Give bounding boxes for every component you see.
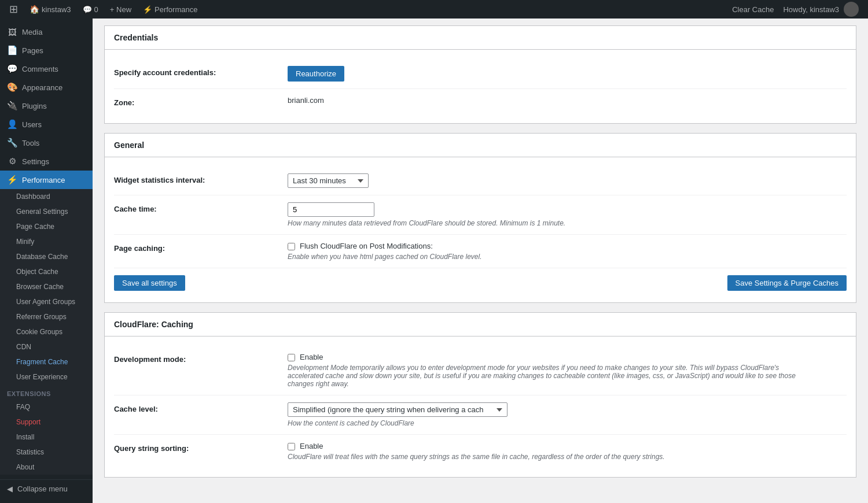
zone-field: brianli.com — [288, 96, 847, 105]
page-caching-row: Page caching: Flush CloudFlare on Post M… — [114, 235, 847, 268]
adminbar-howdy[interactable]: Howdy, kinstaw3 — [778, 0, 863, 19]
credentials-title: Credentials — [114, 33, 158, 42]
adminbar-clear-cache[interactable]: Clear Cache — [727, 0, 778, 19]
cache-level-select[interactable]: Simplified (ignore the query string when… — [288, 402, 507, 417]
save-purge-button[interactable]: Save Settings & Purge Caches — [727, 275, 847, 291]
performance-icon: ⚡ — [7, 175, 17, 185]
cache-time-label: Cache time: — [114, 202, 288, 213]
sidebar-item-tools[interactable]: 🔧 Tools — [0, 134, 93, 152]
sidebar-subitem-faq[interactable]: FAQ — [0, 400, 93, 415]
comments-icon: 💬 — [7, 64, 17, 74]
sidebar-subitem-install[interactable]: Install — [0, 430, 93, 445]
zone-form-row: Zone: brianli.com — [114, 89, 847, 114]
cloudflare-caching-header: CloudFlare: Caching — [105, 313, 856, 336]
query-sorting-description: CloudFlare will treat files with the sam… — [288, 453, 808, 461]
sidebar-subitem-browser-cache[interactable]: Browser Cache — [0, 279, 93, 294]
sidebar-item-settings[interactable]: ⚙ Settings — [0, 152, 93, 171]
sidebar-subitem-dashboard[interactable]: Dashboard — [0, 189, 93, 204]
subitem-label: FAQ — [16, 403, 30, 411]
sidebar-subitem-general-settings[interactable]: General Settings — [0, 204, 93, 219]
collapse-label: Collapse menu — [17, 484, 68, 493]
sidebar-item-media[interactable]: 🖼 Media — [0, 23, 93, 41]
settings-icon: ⚙ — [7, 156, 17, 167]
query-sorting-label: Query string sorting: — [114, 442, 288, 453]
query-sorting-checkbox[interactable] — [288, 443, 295, 450]
zone-value: brianli.com — [288, 96, 324, 105]
dev-mode-checkbox[interactable] — [288, 354, 295, 361]
sidebar-item-users[interactable]: 👤 Users — [0, 115, 93, 134]
zone-label: Zone: — [114, 96, 288, 107]
sidebar-subitem-cdn[interactable]: CDN — [0, 339, 93, 354]
page-caching-label: Page caching: — [114, 242, 288, 253]
cache-time-description: How many minutes data retrieved from Clo… — [288, 219, 847, 227]
admin-bar: ⊞ 🏠 kinstaw3 💬 0 + New ⚡ Performance Cle… — [0, 0, 868, 19]
adminbar-comments[interactable]: 💬 0 — [78, 0, 103, 19]
sidebar-subitem-page-cache[interactable]: Page Cache — [0, 219, 93, 234]
adminbar-wp-logo[interactable]: ⊞ — [5, 0, 23, 19]
save-all-button[interactable]: Save all settings — [114, 275, 185, 291]
query-sorting-checkbox-wrap: Enable — [288, 442, 847, 450]
sidebar-item-label: Plugins — [22, 102, 47, 110]
credentials-card: Credentials Specify account credentials:… — [104, 25, 856, 124]
new-label: + New — [110, 5, 131, 14]
sidebar-subitem-object-cache[interactable]: Object Cache — [0, 264, 93, 279]
flush-checkbox[interactable] — [288, 243, 295, 250]
credentials-header: Credentials — [105, 26, 856, 50]
avatar — [844, 2, 859, 17]
query-sorting-enable-label[interactable]: Enable — [300, 442, 323, 450]
reauthorize-button[interactable]: Reauthorize — [288, 66, 344, 82]
subitem-label: About — [16, 463, 34, 471]
comments-count: 0 — [94, 5, 98, 14]
widget-interval-select[interactable]: Last 30 minutes Last hour Last 24 hours … — [288, 173, 369, 188]
subitem-label: Object Cache — [16, 268, 58, 276]
subitem-label: Page Cache — [16, 223, 54, 231]
sidebar-item-appearance[interactable]: 🎨 Appearance — [0, 78, 93, 97]
sidebar-subitem-referrer-groups[interactable]: Referrer Groups — [0, 309, 93, 324]
specify-credentials-label: Specify account credentials: — [114, 66, 288, 77]
sidebar-subitem-user-experience[interactable]: User Experience — [0, 369, 93, 384]
dev-mode-label: Development mode: — [114, 353, 288, 364]
query-sorting-row: Query string sorting: Enable CloudFlare … — [114, 435, 847, 468]
sidebar-subitem-fragment-cache[interactable]: Fragment Cache — [0, 354, 93, 369]
subitem-label: Database Cache — [16, 253, 68, 261]
flush-label[interactable]: Flush CloudFlare on Post Modifications: — [300, 242, 433, 250]
widget-interval-field: Last 30 minutes Last hour Last 24 hours … — [288, 173, 847, 188]
sidebar-subitem-statistics[interactable]: Statistics — [0, 445, 93, 460]
subitem-label: User Agent Groups — [16, 298, 75, 306]
flush-checkbox-wrap: Flush CloudFlare on Post Modifications: — [288, 242, 847, 250]
adminbar-site-name[interactable]: 🏠 kinstaw3 — [25, 0, 76, 19]
comments-icon: 💬 — [83, 5, 92, 14]
sidebar-subitem-support[interactable]: Support — [0, 415, 93, 430]
sidebar-subitem-cookie-groups[interactable]: Cookie Groups — [0, 324, 93, 339]
dev-mode-row: Development mode: Enable Development Mod… — [114, 346, 847, 395]
cloudflare-caching-title: CloudFlare: Caching — [114, 320, 193, 329]
sidebar-item-label: Appearance — [22, 83, 62, 92]
adminbar-new[interactable]: + New — [105, 0, 136, 19]
extensions-section-label: Extensions — [0, 384, 93, 400]
dev-mode-field: Enable Development Mode temporarily allo… — [288, 353, 847, 388]
sidebar-subitem-database-cache[interactable]: Database Cache — [0, 249, 93, 264]
tools-icon: 🔧 — [7, 138, 17, 148]
cache-level-field: Simplified (ignore the query string when… — [288, 402, 847, 427]
dev-mode-enable-label[interactable]: Enable — [300, 353, 323, 361]
cache-time-input[interactable] — [288, 202, 374, 217]
sidebar-item-plugins[interactable]: 🔌 Plugins — [0, 97, 93, 115]
performance-label: Performance — [155, 5, 197, 14]
sidebar-item-pages[interactable]: 📄 Pages — [0, 41, 93, 60]
sidebar-subitem-minify[interactable]: Minify — [0, 234, 93, 249]
sidebar-item-comments[interactable]: 💬 Comments — [0, 60, 93, 78]
general-header: General — [105, 134, 856, 157]
cache-level-label: Cache level: — [114, 402, 288, 413]
sidebar-collapse-menu[interactable]: ◀ Collapse menu — [0, 479, 93, 497]
site-home-icon: 🏠 — [30, 5, 39, 14]
widget-interval-label: Widget statistics interval: — [114, 173, 288, 184]
cloudflare-caching-card: CloudFlare: Caching Development mode: En… — [104, 312, 856, 478]
query-sorting-field: Enable CloudFlare will treat files with … — [288, 442, 847, 461]
extensions-label-text: Extensions — [7, 390, 51, 397]
sidebar-subitem-user-agent-groups[interactable]: User Agent Groups — [0, 294, 93, 309]
subitem-label: CDN — [16, 343, 31, 351]
credentials-field: Reauthorize — [288, 66, 847, 82]
sidebar-subitem-about[interactable]: About — [0, 460, 93, 475]
sidebar-item-performance[interactable]: ⚡ Performance — [0, 171, 93, 189]
adminbar-performance[interactable]: ⚡ Performance — [138, 0, 202, 19]
